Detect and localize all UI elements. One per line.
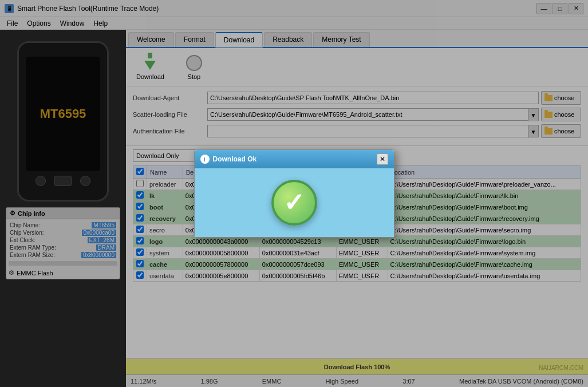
modal-info-icon: i xyxy=(200,155,210,164)
modal-body: ✓ xyxy=(195,168,394,237)
modal-close-button[interactable]: ✕ xyxy=(377,153,388,165)
success-circle: ✓ xyxy=(271,180,317,226)
checkmark-icon: ✓ xyxy=(283,190,305,215)
modal-title: i Download Ok xyxy=(200,155,257,164)
modal-overlay: i Download Ok ✕ ✓ xyxy=(0,0,588,387)
download-ok-modal: i Download Ok ✕ ✓ xyxy=(194,149,394,238)
modal-title-text: Download Ok xyxy=(213,155,257,163)
modal-titlebar: i Download Ok ✕ xyxy=(195,150,394,168)
